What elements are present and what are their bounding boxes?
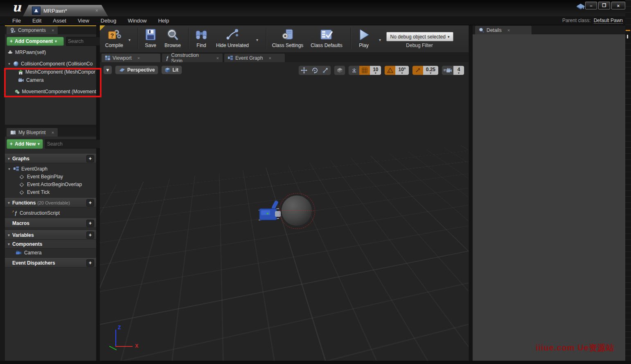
tree-item-camera[interactable]: Camera	[5, 76, 96, 84]
item-event-actorbeginoverlap[interactable]: ◇ Event ActorBeginOverlap	[5, 180, 96, 188]
camera-speed-value[interactable]: 4 ▾	[453, 66, 464, 75]
rotate-tool-button[interactable]	[309, 66, 320, 75]
collision-equator-line	[280, 211, 314, 211]
chevron-down-icon: ▾	[38, 142, 40, 146]
close-icon[interactable]: ×	[137, 56, 140, 61]
components-panel: Components × + Add Component ▾ MRPawn(se…	[5, 25, 96, 125]
menu-file[interactable]: File	[7, 18, 27, 24]
tree-item-self[interactable]: MRPawn(self)	[5, 48, 96, 56]
section-components[interactable]: ▾ Components	[5, 240, 96, 249]
scale-snap-value[interactable]: 0.25 ▾	[423, 66, 438, 75]
section-macros[interactable]: Macros +	[5, 218, 96, 228]
menu-view[interactable]: View	[72, 18, 95, 24]
tree-item-collision[interactable]: ▾ CollisionComponent (CollisionCo	[5, 60, 96, 68]
class-settings-button[interactable]: Class Settings	[270, 28, 305, 48]
perspective-button[interactable]: Perspective	[115, 65, 158, 74]
surface-snap-button[interactable]	[349, 66, 359, 75]
splitter-right[interactable]	[469, 25, 473, 361]
chevron-down-icon[interactable]: ▾	[256, 38, 258, 42]
add-graph-button[interactable]: +	[86, 155, 94, 162]
close-icon[interactable]: ×	[216, 56, 219, 61]
grid-snap-toggle-button[interactable]	[359, 66, 370, 75]
add-function-button[interactable]: +	[86, 199, 94, 207]
scale-tool-button[interactable]	[320, 66, 331, 75]
viewport-options-button[interactable]: ▾	[103, 65, 112, 74]
debug-dropdown-value: No debug object selected	[390, 34, 446, 40]
grid-snap-value[interactable]: 10 ▾	[370, 66, 381, 75]
camera-speed-button[interactable]	[442, 66, 453, 75]
viewport-3d[interactable]: ▾ Perspective Lit	[100, 62, 469, 361]
find-button[interactable]: Find	[192, 28, 210, 48]
move-tool-button[interactable]	[299, 66, 309, 75]
menu-window[interactable]: Window	[122, 18, 152, 24]
hide-unrelated-button[interactable]: Hide Unrelated	[213, 28, 252, 48]
section-label: Macros	[12, 220, 29, 226]
save-button[interactable]: Save	[142, 28, 160, 48]
close-icon[interactable]: ×	[52, 130, 54, 135]
item-event-beginplay[interactable]: ◇ Event BeginPlay	[5, 173, 96, 180]
chevron-down-icon[interactable]: ▾	[128, 38, 131, 42]
debug-object-dropdown[interactable]: No debug object selected ▾	[386, 32, 453, 41]
add-new-label: Add New	[15, 141, 36, 147]
browse-button[interactable]: Browse	[162, 28, 183, 48]
item-construction-script[interactable]: ↗ƒ ConstructionScript	[5, 209, 96, 217]
close-window-button[interactable]: ×	[611, 2, 625, 9]
compile-button[interactable]: ? Compile	[102, 28, 126, 48]
scale-snap-toggle-button[interactable]	[412, 66, 423, 75]
menu-asset[interactable]: Asset	[47, 18, 72, 24]
class-defaults-button[interactable]: Class Defaults	[308, 28, 345, 48]
svg-text:?: ?	[110, 32, 114, 39]
close-icon[interactable]: ×	[52, 28, 54, 33]
menu-debug[interactable]: Debug	[95, 18, 122, 24]
add-dispatcher-button[interactable]: +	[86, 259, 94, 267]
add-new-button[interactable]: + Add New ▾	[7, 139, 43, 149]
angle-snap-value[interactable]: 10° ▾	[395, 66, 408, 75]
play-button[interactable]: Play	[354, 28, 373, 48]
close-icon[interactable]: ×	[268, 56, 271, 61]
function-icon: ƒ	[166, 55, 169, 61]
section-variables[interactable]: ▾ Variables +	[5, 230, 96, 240]
section-graphs[interactable]: ▾ Graphs +	[5, 154, 96, 163]
add-macro-button[interactable]: +	[86, 220, 94, 227]
minimize-button[interactable]: –	[585, 2, 597, 9]
tab-viewport[interactable]: Viewport ×	[101, 53, 161, 62]
pawn-preview[interactable]	[263, 192, 345, 241]
expander-icon[interactable]: ▾	[7, 242, 11, 246]
expander-icon[interactable]: ▾	[7, 201, 11, 205]
add-component-button[interactable]: + Add Component ▾	[7, 37, 64, 46]
splitter-left[interactable]	[96, 25, 100, 361]
maximize-button[interactable]: ❒	[598, 2, 610, 9]
learn-icon[interactable]	[576, 3, 585, 11]
expander-icon[interactable]: ▾	[7, 233, 11, 237]
item-camera-variable[interactable]: Camera	[5, 249, 96, 256]
expander-icon[interactable]: ▾	[7, 62, 11, 66]
asset-tab-mrpawn[interactable]: MRPawn* ×	[23, 5, 108, 16]
angle-snap-toggle-button[interactable]	[385, 66, 395, 75]
menu-edit[interactable]: Edit	[27, 18, 47, 24]
tab-construction-script[interactable]: ƒ Construction Scrip ×	[162, 53, 223, 62]
close-icon[interactable]: ×	[95, 8, 98, 13]
item-event-graph[interactable]: ▾ EventGraph	[5, 165, 96, 173]
button-label: Find	[196, 43, 206, 48]
tab-event-graph[interactable]: Event Graph ×	[224, 53, 285, 62]
expander-icon[interactable]: ▾	[7, 157, 11, 161]
focus-highlight	[5, 25, 96, 26]
chevron-down-icon[interactable]: ▾	[379, 38, 381, 42]
lit-button[interactable]: Lit	[161, 65, 182, 74]
tree-item-movement[interactable]: MovementComponent (Movement	[5, 88, 96, 96]
hide-unrelated-icon	[225, 28, 239, 41]
tree-item-mesh[interactable]: MeshComponent (MeshCompor	[5, 68, 96, 76]
parent-class-link[interactable]: Default Pawn	[594, 18, 623, 24]
world-local-toggle-button[interactable]	[334, 66, 345, 75]
tab-details[interactable]: i Details ×	[475, 25, 532, 34]
menu-help[interactable]: Help	[152, 18, 175, 24]
section-event-dispatchers[interactable]: Event Dispatchers +	[5, 258, 96, 267]
close-icon[interactable]: ×	[507, 28, 510, 33]
tab-components[interactable]: Components ×	[6, 25, 58, 34]
expander-icon[interactable]: ▾	[7, 167, 11, 171]
item-event-tick[interactable]: ◇ Event Tick	[5, 188, 96, 196]
tab-my-blueprint[interactable]: My Blueprint ×	[6, 128, 58, 137]
section-functions[interactable]: ▾ Functions (20 Overridable) +	[5, 198, 96, 207]
button-label: Class Defaults	[311, 43, 342, 48]
add-variable-button[interactable]: +	[86, 231, 94, 239]
